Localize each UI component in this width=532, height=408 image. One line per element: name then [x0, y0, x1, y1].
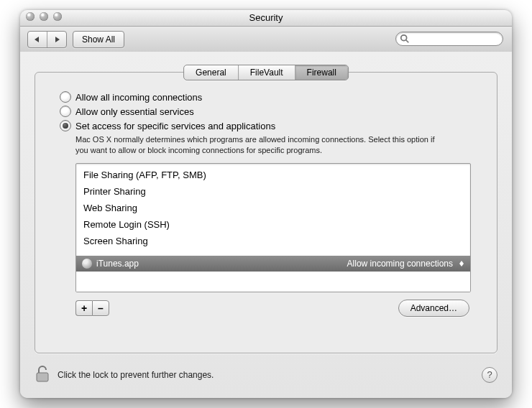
close-window-button[interactable] [26, 12, 35, 21]
advanced-label: Advanced… [411, 303, 457, 313]
radio-indicator [60, 106, 71, 117]
option-description: Mac OS X normally determines which progr… [75, 134, 449, 156]
svg-marker-0 [35, 37, 39, 42]
services-list: File Sharing (AFP, FTP, SMB) Printer Sha… [75, 163, 471, 292]
radio-specific[interactable]: Set access for specific services and app… [60, 120, 472, 131]
minus-icon: – [98, 302, 104, 314]
search-icon [400, 34, 410, 44]
list-controls: + – Advanced… [75, 300, 469, 317]
plus-icon: + [81, 302, 87, 314]
question-icon: ? [487, 369, 492, 380]
pane-body: General FileVault Firewall Allow all inc… [20, 52, 512, 398]
back-button[interactable] [28, 32, 47, 47]
list-item[interactable]: Screen Sharing [76, 233, 470, 249]
connection-setting-popup[interactable]: Allow incoming connections [347, 259, 464, 269]
window-title: Security [20, 10, 512, 26]
radio-label: Allow only essential services [75, 106, 194, 117]
tab-firewall[interactable]: Firewall [295, 65, 348, 80]
add-button[interactable]: + [75, 300, 92, 316]
search-input[interactable] [395, 32, 503, 46]
selected-app-row[interactable]: iTunes.app Allow incoming connections [76, 256, 470, 272]
app-icon [82, 259, 92, 269]
svg-line-3 [406, 40, 409, 43]
window: Security Show All General [20, 10, 512, 398]
popup-value: Allow incoming connections [347, 259, 453, 269]
bottom-bar: Click the lock to prevent further change… [35, 364, 497, 385]
list-item[interactable]: Remote Login (SSH) [76, 216, 470, 233]
show-all-label: Show All [82, 34, 115, 45]
firewall-panel: Allow all incoming connections Allow onl… [35, 72, 497, 353]
forward-button[interactable] [47, 32, 66, 47]
radio-indicator-selected [60, 120, 71, 131]
help-button[interactable]: ? [482, 367, 497, 383]
zoom-window-button[interactable] [53, 12, 62, 21]
tab-bar: General FileVault Firewall [183, 65, 349, 80]
show-all-button[interactable]: Show All [73, 31, 124, 48]
nav-segment [27, 31, 67, 48]
radio-allow-all[interactable]: Allow all incoming connections [60, 91, 472, 103]
radio-essential[interactable]: Allow only essential services [60, 106, 472, 117]
minimize-window-button[interactable] [40, 12, 48, 21]
updown-arrows-icon [459, 261, 464, 266]
lock-icon[interactable] [35, 364, 52, 385]
tab-label: FileVault [250, 68, 283, 78]
titlebar: Security [20, 10, 512, 27]
list-item[interactable]: Web Sharing [76, 200, 470, 216]
list-item[interactable]: Printer Sharing [76, 183, 470, 200]
tab-label: General [196, 68, 226, 78]
list-empty-area [76, 272, 470, 292]
tab-general[interactable]: General [184, 65, 239, 80]
advanced-button[interactable]: Advanced… [398, 300, 469, 317]
radio-indicator [60, 91, 71, 103]
services-scroll[interactable]: File Sharing (AFP, FTP, SMB) Printer Sha… [76, 164, 470, 256]
lock-text: Click the lock to prevent further change… [58, 370, 214, 380]
remove-button[interactable]: – [92, 300, 109, 316]
tab-label: Firewall [307, 68, 336, 78]
radio-label: Allow all incoming connections [75, 92, 202, 103]
traffic-lights [26, 12, 62, 21]
toolbar: Show All [20, 27, 512, 53]
svg-point-2 [401, 35, 407, 41]
list-item[interactable]: File Sharing (AFP, FTP, SMB) [76, 167, 470, 183]
svg-marker-1 [55, 37, 60, 42]
svg-rect-6 [37, 373, 48, 381]
app-name: iTunes.app [96, 259, 139, 269]
tab-filevault[interactable]: FileVault [239, 65, 295, 80]
search-field-wrap [395, 32, 503, 46]
svg-marker-5 [459, 264, 464, 266]
radio-label: Set access for specific services and app… [75, 121, 275, 131]
